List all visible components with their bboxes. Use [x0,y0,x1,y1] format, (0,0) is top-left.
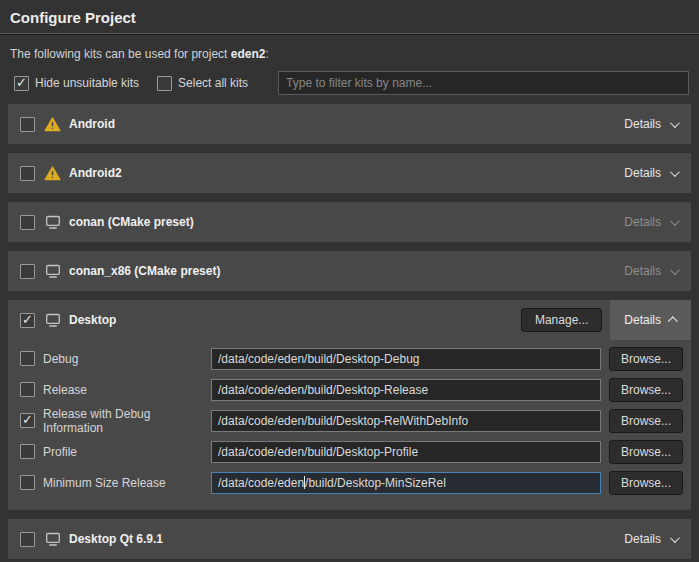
browse-button[interactable]: Browse... [609,440,683,464]
details-button-disabled: Details [610,202,691,242]
kit-checkbox[interactable] [20,313,35,328]
checkbox-checked-icon[interactable] [14,76,29,91]
browse-button[interactable]: Browse... [609,409,683,433]
checkbox-unchecked-icon[interactable] [157,76,172,91]
project-name: eden2 [231,47,266,61]
warning-icon [44,166,61,181]
details-button[interactable]: Details [610,153,691,193]
kit-row-conan: conan (CMake preset) Details [8,202,691,242]
titlebar: Configure Project [0,0,699,33]
kit-block-desktop: Desktop Manage... Details Debug /data/co… [8,300,691,510]
config-checkbox[interactable] [20,475,35,490]
browse-button[interactable]: Browse... [609,347,683,371]
kit-filter-input[interactable] [278,71,689,95]
warning-icon [44,117,61,132]
desktop-icon [44,264,61,279]
filter-bar: Hide unsuitable kits Select all kits [14,71,689,95]
build-dir-input[interactable]: /data/code/eden/build/Desktop-Profile [211,441,601,463]
desktop-icon [44,215,61,230]
kit-row-android: Android Details [8,104,691,144]
chevron-down-icon [670,265,680,275]
build-dir-input[interactable]: /data/code/eden/build/Desktop-Debug [211,348,601,370]
kit-row-desktop: Desktop Manage... Details [8,300,691,340]
build-dir-input[interactable]: /data/code/eden/build/Desktop-Release [211,379,601,401]
manage-kits-button[interactable]: Manage... [521,308,602,332]
chevron-up-icon [668,316,678,326]
kit-checkbox[interactable] [20,117,35,132]
config-label: Profile [43,445,211,459]
kit-name: Android [69,117,115,131]
details-button[interactable]: Details [610,104,691,144]
hide-unsuitable-kits-checkbox[interactable]: Hide unsuitable kits [14,76,139,91]
config-checkbox[interactable] [20,413,35,428]
intro-text: The following kits can be used for proje… [10,47,689,61]
kit-checkbox[interactable] [20,532,35,547]
config-label: Minimum Size Release [43,476,211,490]
kit-name: conan (CMake preset) [69,215,194,229]
config-label: Release [43,383,211,397]
config-row-debug: Debug /data/code/eden/build/Desktop-Debu… [20,343,683,374]
details-button-disabled: Details [610,251,691,291]
config-row-relwithdebinfo: Release with Debug Information /data/cod… [20,405,683,436]
config-checkbox[interactable] [20,351,35,366]
chevron-down-icon [670,533,680,543]
kit-name: Desktop [69,313,116,327]
config-checkbox[interactable] [20,444,35,459]
kit-name: Android2 [69,166,122,180]
kit-name: Desktop Qt 6.9.1 [69,532,163,546]
chevron-down-icon [670,118,680,128]
browse-button[interactable]: Browse... [609,378,683,402]
desktop-icon [44,532,61,547]
chevron-down-icon [670,167,680,177]
title-separator [0,33,699,35]
hide-unsuitable-kits-label: Hide unsuitable kits [35,76,139,90]
config-label: Debug [43,352,211,366]
config-checkbox[interactable] [20,382,35,397]
config-row-minsizerel: Minimum Size Release /data/code/eden/bui… [20,467,683,498]
config-row-release: Release /data/code/eden/build/Desktop-Re… [20,374,683,405]
page-title: Configure Project [10,9,689,26]
chevron-down-icon [670,216,680,226]
kit-checkbox[interactable] [20,166,35,181]
details-button-expanded[interactable]: Details [610,300,691,340]
build-config-list: Debug /data/code/eden/build/Desktop-Debu… [8,340,691,510]
kit-name: conan_x86 (CMake preset) [69,264,220,278]
kit-checkbox[interactable] [20,215,35,230]
kit-row-android2: Android2 Details [8,153,691,193]
browse-button[interactable]: Browse... [609,471,683,495]
select-all-kits-checkbox[interactable]: Select all kits [157,76,248,91]
config-row-profile: Profile /data/code/eden/build/Desktop-Pr… [20,436,683,467]
desktop-icon [44,313,61,328]
config-label: Release with Debug Information [43,407,211,435]
build-dir-input-focused[interactable]: /data/code/eden/build/Desktop-MinSizeRel [211,472,601,494]
details-button[interactable]: Details [610,519,691,559]
build-dir-input[interactable]: /data/code/eden/build/Desktop-RelWithDeb… [211,410,601,432]
kit-checkbox[interactable] [20,264,35,279]
kit-row-desktop-qt: Desktop Qt 6.9.1 Details [8,519,691,559]
kit-row-conan-x86: conan_x86 (CMake preset) Details [8,251,691,291]
select-all-kits-label: Select all kits [178,76,248,90]
